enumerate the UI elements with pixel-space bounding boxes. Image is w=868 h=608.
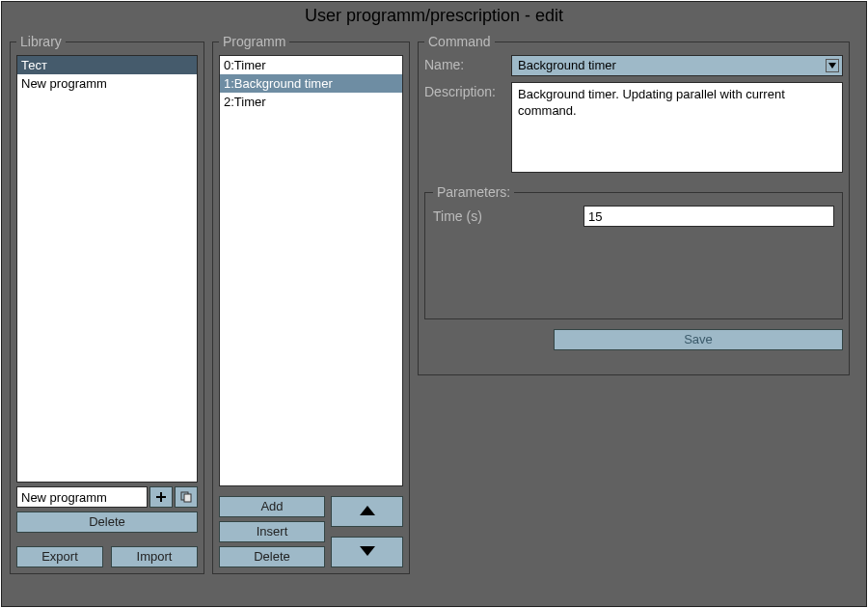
parameters-group: Parameters: Time (s) bbox=[424, 184, 843, 319]
window-title: User programm/prescription - edit bbox=[2, 2, 866, 32]
plus-icon bbox=[156, 492, 166, 502]
triangle-up-icon bbox=[360, 505, 375, 518]
command-description-label: Description: bbox=[424, 82, 505, 99]
save-button[interactable]: Save bbox=[554, 329, 843, 350]
library-item[interactable]: Тест bbox=[17, 56, 197, 74]
programm-listbox[interactable]: 0:Timer 1:Background timer 2:Timer bbox=[219, 55, 403, 486]
library-delete-button[interactable]: Delete bbox=[16, 511, 198, 533]
content-area: Library Тест New programm bbox=[2, 32, 866, 582]
programm-group: Programm 0:Timer 1:Background timer 2:Ti… bbox=[212, 34, 410, 574]
command-name-label: Name: bbox=[424, 55, 505, 72]
library-item[interactable]: New programm bbox=[17, 74, 197, 93]
app-window: User programm/prescription - edit Librar… bbox=[1, 1, 867, 607]
programm-add-button[interactable]: Add bbox=[219, 496, 325, 517]
new-program-input[interactable] bbox=[16, 486, 148, 508]
command-description-box[interactable]: Background timer. Updating parallel with… bbox=[511, 82, 843, 173]
command-name-value: Background timer bbox=[518, 58, 616, 72]
programm-move-down-button[interactable] bbox=[331, 537, 403, 567]
programm-legend: Programm bbox=[219, 34, 289, 49]
programm-item[interactable]: 2:Timer bbox=[220, 93, 402, 111]
param-time-input[interactable] bbox=[583, 206, 834, 227]
add-program-button[interactable] bbox=[149, 486, 173, 508]
library-legend: Library bbox=[16, 34, 66, 49]
programm-item[interactable]: 0:Timer bbox=[220, 56, 402, 74]
copy-icon bbox=[180, 491, 192, 503]
parameters-legend: Parameters: bbox=[433, 184, 514, 200]
command-group: Command Name: Background timer Descripti… bbox=[418, 34, 850, 375]
library-listbox[interactable]: Тест New programm bbox=[16, 55, 198, 483]
command-legend: Command bbox=[424, 34, 495, 49]
svg-rect-1 bbox=[184, 494, 191, 502]
param-time-label: Time (s) bbox=[433, 208, 583, 224]
programm-insert-button[interactable]: Insert bbox=[219, 521, 325, 542]
copy-program-button[interactable] bbox=[175, 486, 198, 508]
programm-delete-button[interactable]: Delete bbox=[219, 546, 325, 567]
import-button[interactable]: Import bbox=[111, 546, 198, 567]
programm-move-up-button[interactable] bbox=[331, 496, 403, 527]
chevron-down-icon bbox=[826, 59, 839, 72]
programm-item[interactable]: 1:Background timer bbox=[220, 74, 402, 93]
export-button[interactable]: Export bbox=[16, 546, 103, 567]
library-group: Library Тест New programm bbox=[10, 34, 204, 574]
command-name-select[interactable]: Background timer bbox=[511, 55, 843, 76]
triangle-down-icon bbox=[360, 545, 375, 559]
